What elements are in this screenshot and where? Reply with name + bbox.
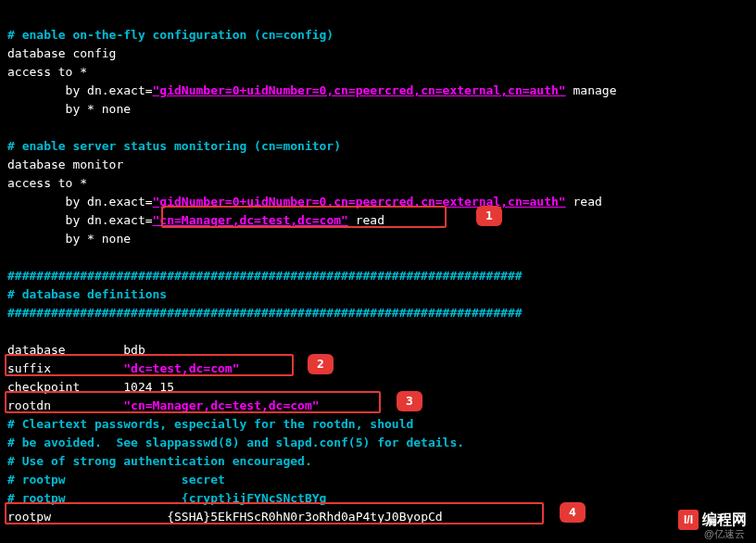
config-line: database monitor: [7, 158, 123, 171]
comment-value: secret: [66, 473, 225, 486]
config-line: by * none: [7, 232, 131, 246]
comment-prefix: # rootpw: [7, 473, 66, 486]
suffix-value: "dc=test,dc=com": [123, 361, 239, 375]
comment-line: # Use of strong authentication encourage…: [7, 454, 312, 468]
config-prefix: by dn.exact: [7, 83, 145, 97]
watermark-sub: @亿速云: [704, 524, 745, 543]
comment-value: {crypt}ijFYNcSNctBYg: [66, 491, 327, 505]
config-line: access to *: [7, 65, 87, 79]
config-prefix: by dn.exact: [7, 195, 145, 208]
dn-string: "gidNumber=0+uidNumber=0,cn=peercred,cn=…: [153, 195, 566, 208]
watermark-logo-icon: I/I: [678, 510, 699, 530]
equals: =: [145, 213, 153, 227]
rootdn-value: "cn=Manager,dc=test,dc=com": [123, 398, 319, 412]
rootpw-key: rootpw: [7, 510, 51, 524]
terminal-output: # enable on-the-fly configuration (cn=co…: [0, 0, 756, 534]
comment-line: # Cleartext passwords, especially for th…: [7, 417, 413, 431]
config-line: database config: [7, 46, 116, 60]
comment-prefix: # rootpw: [7, 491, 66, 505]
equals: =: [145, 83, 153, 97]
comment-line: # enable on-the-fly configuration (cn=co…: [7, 28, 334, 42]
divider-line: ########################################…: [7, 306, 523, 320]
comment-line: # enable server status monitoring (cn=mo…: [7, 139, 341, 153]
database-value: bdb: [66, 343, 145, 357]
checkpoint-value: 1024 15: [80, 380, 174, 394]
comment-line: # be avoided. See slappasswd(8) and slap…: [7, 436, 464, 449]
checkpoint-key: checkpoint: [7, 380, 80, 394]
config-suffix: manage: [566, 83, 617, 97]
rootdn-key: rootdn: [7, 398, 51, 412]
config-suffix: read: [348, 213, 384, 227]
dn-string: "gidNumber=0+uidNumber=0,cn=peercred,cn=…: [153, 83, 566, 97]
comment-line: # database definitions: [7, 287, 167, 301]
config-line: by * none: [7, 102, 131, 116]
rootpw-value: {SSHA}5EkFHScR0hN0r3oRhd0aP4tyJ0ByopCd: [51, 510, 443, 524]
database-key: database: [7, 343, 66, 357]
config-line: access to *: [7, 176, 87, 190]
config-suffix: read: [566, 195, 602, 208]
divider-line: ########################################…: [7, 269, 523, 283]
equals: =: [145, 195, 153, 208]
dn-string-highlighted: "cn=Manager,dc=test,dc=com": [153, 213, 348, 227]
suffix-key: suffix: [7, 361, 51, 375]
config-prefix: by dn.exact: [7, 213, 145, 227]
